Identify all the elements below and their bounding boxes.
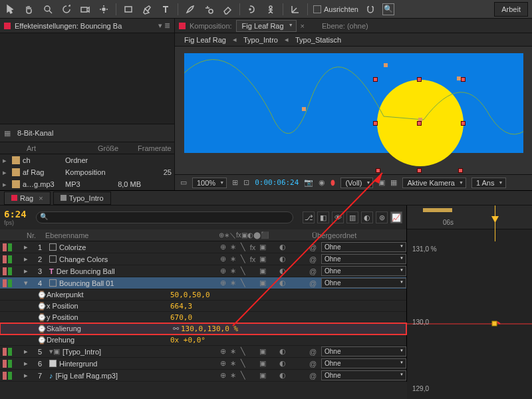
stopwatch-icon[interactable]: ⌚ [37,302,47,311]
brainstorm-icon[interactable]: ⊛ [376,211,388,223]
col-size[interactable]: Größe [98,144,138,152]
layer-row[interactable]: ▸ 7 ♪[Fig Leaf Rag.mp3] ⊕∗╲▣◐ @Ohne [0,370,406,382]
crumb-2[interactable]: Typo_Statisch [295,36,341,44]
draft3d-icon[interactable]: ◧ [317,211,329,223]
panel-close-icon[interactable] [4,23,11,29]
roi-icon[interactable]: ▣ [378,178,385,187]
property-row-xpos[interactable]: ⌚ x Position 664,3 [0,301,406,312]
composition-viewer[interactable] [175,47,532,174]
effects-panel-tab[interactable]: Effekteinstellungen: Bouncing Ba ▾ ≣ [0,19,174,33]
hand-tool-icon[interactable] [23,3,36,16]
parent-dropdown[interactable]: Ohne [321,370,406,380]
timeline-tab[interactable]: Typo_Intro [53,192,111,205]
brush-tool-icon[interactable] [184,3,197,16]
transform-handle[interactable] [417,168,422,173]
property-row-ypos[interactable]: ⌚ y Position 670,0 [0,312,406,323]
workspace-button[interactable]: Arbeit [494,2,528,17]
transform-handle[interactable] [376,168,380,173]
snapshot-icon[interactable]: 📷 [304,178,313,187]
project-item[interactable]: ▸a…g.mp3MP38,0 MB [0,178,174,190]
parent-dropdown[interactable]: Ohne [321,242,406,252]
col-name[interactable]: Ebenenname [43,231,219,239]
transform-handle[interactable] [458,168,463,173]
eraser-tool-icon[interactable] [221,3,234,16]
layer-row[interactable]: ▸ 6 Hintergrund ⊕∗╲▣◐ @Ohne [0,358,406,370]
motion-blur-icon[interactable]: ◐ [361,211,373,223]
clone-tool-icon[interactable] [202,3,215,16]
parent-dropdown[interactable]: Ohne [321,278,406,288]
text-tool-icon[interactable] [159,3,172,16]
localaxis-icon[interactable] [289,3,302,16]
layer-viewer-label[interactable]: Ebene: (ohne) [322,22,368,30]
current-time[interactable]: 6:24 [4,209,27,219]
panel-close-icon[interactable] [179,23,186,29]
zoom-tool-icon[interactable] [41,3,55,16]
transform-handle[interactable] [373,121,378,126]
snapping-icon[interactable] [364,3,377,16]
resolution-dropdown[interactable]: (Voll) [340,178,373,188]
search-toolbar-icon[interactable]: 🔍 [382,3,394,15]
frame-blend-icon[interactable]: ▥ [346,211,358,223]
puppet-tool-icon[interactable] [264,3,277,16]
crumb-0[interactable]: Fig Leaf Rag [184,36,226,44]
work-area-bar[interactable] [423,208,452,212]
transform-handle[interactable] [461,121,466,126]
property-value[interactable]: 130,0,130,0 % [181,325,238,333]
layer-row[interactable]: ▸ 5 ▾▣[Typo_Intro] ⊕∗╲▣◐ @Ohne [0,346,406,358]
panbehind-tool-icon[interactable] [97,3,110,16]
search-input[interactable] [36,211,293,223]
bitdepth-icon[interactable]: ▦ [4,129,11,138]
magnify-icon[interactable]: ▭ [180,178,187,187]
time-ruler[interactable]: 06s [407,205,532,229]
rect-tool-icon[interactable] [122,3,135,16]
parent-dropdown[interactable]: Ohne [321,358,406,368]
stopwatch-icon[interactable]: ⌚ [37,325,47,333]
crumb-1[interactable]: Typo_Intro [243,36,278,44]
layer-row[interactable]: ▸ 2 Change Colors ⊕∗╲fx▣◐ @Ohne [0,253,406,265]
views-dropdown[interactable]: 1 Ans [471,178,506,188]
rotate-tool-icon[interactable] [60,3,73,16]
align-checkbox[interactable]: Ausrichten [313,5,358,13]
col-parent[interactable]: Übergeordnet [309,231,406,239]
transform-handle[interactable] [417,77,422,82]
property-row-rot[interactable]: ⌚ Drehung 0x +0,0° [0,334,406,346]
camera-tool-icon[interactable] [78,3,92,16]
transform-handle[interactable] [461,77,466,82]
hide-shy-icon[interactable]: 👁 [332,211,344,223]
parent-dropdown[interactable]: Ohne [321,266,406,276]
layer-row[interactable]: ▸ 1 Colorize ⊕∗╲fx▣◐ @Ohne [0,241,406,253]
transform-handle[interactable] [373,77,378,82]
grid-icon[interactable]: ⊡ [243,178,249,187]
graph-editor[interactable]: 06s 131,0 % 130,0 129,0 [407,205,532,399]
stopwatch-icon[interactable]: ⌚ [37,336,47,344]
transparency-icon[interactable]: ▦ [390,178,397,187]
zoom-dropdown[interactable]: 100% [192,178,227,188]
property-row-anchor[interactable]: ⌚ Ankerpunkt 50,0,50,0 [0,289,406,301]
property-value[interactable]: 0x +0,0° [170,336,205,344]
show-snapshot-icon[interactable]: ◉ [319,178,325,187]
layer-row[interactable]: ▸ 3 TDer Bouncing Ball ⊕∗╲▣◐ @Ohne [0,265,406,277]
timeline-tab-active[interactable]: Rag× [4,192,51,205]
pen-tool-icon[interactable] [140,3,154,16]
layer-search[interactable] [36,211,293,223]
property-row-scale[interactable]: ⌚ Skalierung ⚯ 130,0,130,0 % [0,323,406,334]
bitdepth-label[interactable]: 8-Bit-Kanal [17,129,53,137]
constrain-icon[interactable]: ⚯ [170,325,181,333]
property-value[interactable]: 664,3 [170,302,192,311]
comp-dropdown[interactable]: Fig Leaf Rag [236,20,297,32]
camera-dropdown[interactable]: Aktive Kamera [402,178,466,188]
comp-flowchart-icon[interactable]: ⎇ [303,211,315,223]
project-item[interactable]: ▸chOrdner [0,154,174,166]
parent-dropdown[interactable]: Ohne [321,254,406,264]
property-value[interactable]: 50,0,50,0 [170,291,210,299]
parent-dropdown[interactable]: Ohne [321,346,406,356]
property-value[interactable]: 670,0 [170,313,192,322]
current-timecode[interactable]: 0:00:06:24 [255,178,299,187]
resolution-icon[interactable]: ⊞ [232,178,238,187]
stopwatch-icon[interactable]: ⌚ [37,291,47,299]
project-item[interactable]: ▸af RagKomposition25 [0,166,174,178]
composition-canvas[interactable] [184,53,523,153]
col-art[interactable]: Art [15,144,98,152]
layer-row[interactable]: ▾ 4 Bouncing Ball 01 ⊕∗╲▣◐ @Ohne [0,277,406,289]
selection-tool-icon[interactable] [4,3,17,16]
